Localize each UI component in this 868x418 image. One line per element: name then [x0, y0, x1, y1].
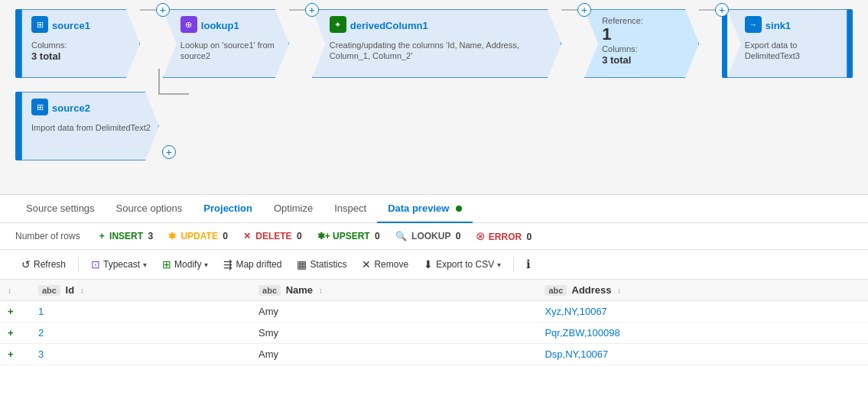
map-drifted-button[interactable]: ⇶ Map drifted [217, 255, 288, 274]
table-row: + 2 Smy Pqr,ZBW,100098 [0, 322, 868, 344]
typecast-dropdown-button[interactable]: ⊡ Typecast ▾ [85, 255, 153, 274]
table-row: + 3 Amy Dsp,NY,10067 [0, 344, 868, 365]
col-id-header[interactable]: abc Id ↕ [31, 280, 251, 301]
row2-plus[interactable]: + [8, 327, 14, 339]
ref-value: 1 [602, 25, 691, 44]
lookup-indicator: 🔍 LOOKUP 0 [395, 231, 461, 241]
table-row: + 1 Amy Xyz,NY,10067 [0, 301, 868, 322]
export-icon: ⬇ [424, 258, 433, 271]
source2-desc: Import data from DelimitedText2 [31, 122, 151, 133]
upsert-indicator: ✱+ UPSERT 0 [317, 231, 380, 241]
name-sort-icon[interactable]: ↕ [319, 287, 323, 295]
add-after-source1[interactable]: + [156, 3, 170, 17]
address-sort-icon[interactable]: ↕ [617, 287, 621, 295]
tab-optimize[interactable]: Optimize [263, 195, 323, 223]
update-label: UPDATE [180, 231, 217, 241]
toolbar-sep-1 [78, 257, 79, 272]
sink1-desc: Export data to DelimitedText3 [745, 40, 839, 62]
add-after-reference[interactable]: + [715, 3, 729, 17]
source1-desc-label: Columns: [31, 41, 67, 50]
row2-name: Smy [258, 327, 278, 339]
refresh-button[interactable]: ↺ Refresh [15, 255, 72, 274]
error-label: ERROR [489, 232, 522, 242]
toolbar: ↺ Refresh ⊡ Typecast ▾ ⊞ Modify ▾ ⇶ Map … [0, 250, 868, 280]
node-source1[interactable]: ⊞ source1 Columns: 3 total [15, 9, 140, 78]
row3-name: Amy [258, 348, 278, 360]
tab-inspect[interactable]: Inspect [323, 195, 377, 223]
node-source2[interactable]: ⊞ source2 Import data from DelimitedText… [15, 92, 159, 160]
col-name-header[interactable]: abc Name ↕ [251, 280, 537, 301]
remove-icon: ✕ [362, 258, 371, 271]
remove-button[interactable]: ✕ Remove [356, 255, 414, 274]
col-address-header[interactable]: abc Address ↕ [537, 280, 868, 301]
derived-title: derivedColumn1 [350, 20, 428, 31]
tab-projection[interactable]: Projection [193, 195, 263, 223]
address-type-badge: abc [545, 285, 567, 296]
id-type-badge: abc [38, 285, 60, 296]
tab-source-options[interactable]: Source options [106, 195, 193, 223]
upsert-label: UPSERT [333, 231, 370, 241]
node-reference[interactable]: Reference: 1 Columns: 3 total [584, 9, 699, 78]
id-sort-icon[interactable]: ↕ [80, 287, 84, 295]
modify-dropdown-button[interactable]: ⊞ Modify ▾ [156, 255, 214, 274]
tab-data-preview[interactable]: Data preview [377, 195, 473, 223]
node-source2-area: ⊞ source2 Import data from DelimitedText… [15, 92, 176, 160]
toolbar-sep-2 [513, 257, 514, 272]
typecast-chevron: ▾ [143, 261, 147, 269]
row3-plus[interactable]: + [8, 348, 14, 360]
export-csv-button[interactable]: ⬇ Export to CSV ▾ [418, 255, 507, 274]
map-icon: ⇶ [223, 258, 232, 271]
lookup1-desc: Lookup on 'source1' from source2 [180, 40, 281, 62]
lookup1-title: lookup1 [201, 20, 239, 31]
statistics-button[interactable]: ▦ Statistics [291, 255, 353, 274]
ref-col-value: 3 total [602, 54, 631, 66]
update-indicator: ✱ UPDATE 0 [168, 231, 228, 241]
source2-title: source2 [52, 102, 90, 114]
row1-id: 1 [38, 306, 44, 317]
h-connector [158, 93, 189, 95]
pipeline-canvas: ⊞ source1 Columns: 3 total + ⊕ lookup1 [0, 0, 868, 195]
tab-source-settings[interactable]: Source settings [15, 195, 106, 223]
lookup-value: 0 [456, 231, 461, 241]
rows-label: Number of rows [15, 231, 80, 241]
delete-indicator: ✕ DELETE 0 [243, 231, 302, 241]
lookup-label: LOOKUP [411, 231, 450, 241]
node-lookup1[interactable]: ⊕ lookup1 Lookup on 'source1' from sourc… [163, 9, 289, 78]
info-button[interactable]: ℹ [520, 254, 537, 274]
refresh-icon: ↺ [21, 258, 31, 271]
source2-icon: ⊞ [31, 99, 48, 115]
sink1-icon: → [745, 16, 762, 33]
insert-label: INSERT [109, 231, 143, 241]
error-indicator: ⊗ ERROR 0 [476, 229, 532, 243]
lookup1-icon: ⊕ [180, 16, 197, 33]
insert-value: 3 [148, 231, 153, 241]
source1-title: source1 [52, 20, 90, 31]
ref-col-label: Columns: [602, 44, 637, 53]
row1-plus[interactable]: + [8, 306, 14, 317]
row2-id: 2 [38, 327, 44, 339]
col-sort-header: ↕ [0, 280, 31, 301]
add-after-derived[interactable]: + [577, 3, 591, 17]
modify-chevron: ▾ [204, 261, 208, 269]
tabs-bar: Source settings Source options Projectio… [0, 195, 868, 223]
insert-indicator: + INSERT 3 [99, 231, 153, 241]
node-derivedcolumn1[interactable]: ✦ derivedColumn1 Creating/updating the c… [312, 9, 561, 78]
row3-address: Dsp,NY,10067 [545, 348, 608, 360]
node-sink1[interactable]: → sink1 Export data to DelimitedText3 [722, 9, 853, 78]
row1-address: Xyz,NY,10067 [545, 306, 606, 317]
data-preview-dot [456, 206, 462, 212]
row3-id: 3 [38, 348, 44, 360]
add-after-lookup1[interactable]: + [305, 3, 319, 17]
upsert-value: 0 [375, 231, 380, 241]
row2-address: Pqr,ZBW,100098 [545, 327, 619, 339]
delete-value: 0 [297, 231, 302, 241]
add-after-source2[interactable]: + [162, 145, 176, 159]
stats-bar: Number of rows + INSERT 3 ✱ UPDATE 0 ✕ D… [0, 223, 868, 250]
name-type-badge: abc [258, 285, 281, 296]
row1-name: Amy [258, 306, 278, 317]
modify-icon: ⊞ [162, 258, 171, 271]
error-value: 0 [526, 232, 532, 242]
update-value: 0 [223, 231, 228, 241]
derived-icon: ✦ [330, 16, 346, 33]
derived-desc: Creating/updating the columns 'Id, Name,… [330, 40, 553, 62]
